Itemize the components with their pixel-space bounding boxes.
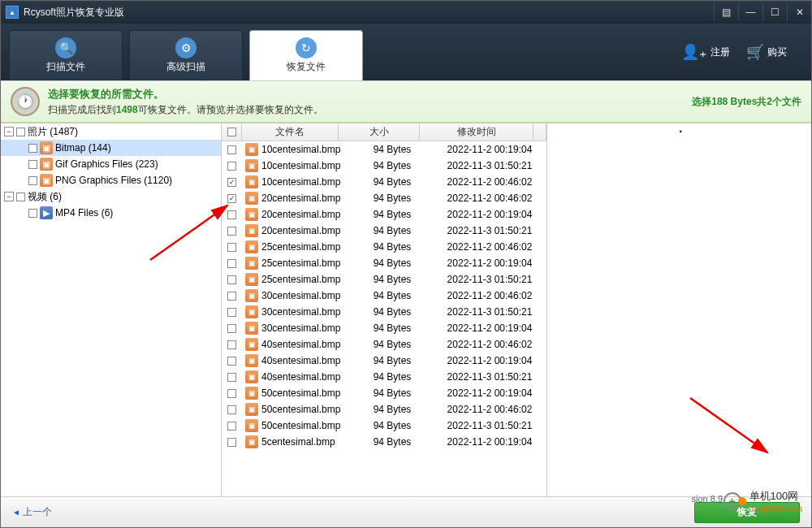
tree-item-photos[interactable]: − 照片 (1487) <box>1 123 221 140</box>
grid-header: 文件名 大小 修改时间 <box>222 123 546 141</box>
buy-link[interactable]: 🛒 购买 <box>746 43 787 61</box>
table-row[interactable]: ▣30centesimal.bmp94 Bytes2022-11-3 01:50… <box>222 304 546 320</box>
file-name: 20centesimal.bmp <box>261 209 340 220</box>
clock-icon: 🕐 <box>11 87 40 116</box>
file-name: 30centesimal.bmp <box>261 306 340 318</box>
file-size: 94 Bytes <box>352 387 433 399</box>
row-checkbox[interactable] <box>227 194 236 203</box>
table-row[interactable]: ▣50centesimal.bmp94 Bytes2022-11-2 00:19… <box>222 385 546 401</box>
tab-recover-files[interactable]: ↻ 恢复文件 <box>249 30 363 80</box>
row-checkbox[interactable] <box>227 275 236 284</box>
table-row[interactable]: ▣20centesimal.bmp94 Bytes2022-11-2 00:19… <box>222 206 546 223</box>
row-checkbox[interactable] <box>227 373 236 382</box>
table-row[interactable]: ▣30centesimal.bmp94 Bytes2022-11-2 00:19… <box>222 320 546 336</box>
column-header-size[interactable]: 大小 <box>339 123 420 141</box>
back-button[interactable]: 上一个 <box>12 505 52 519</box>
window-title: Rcysoft照片恢复专业版 <box>24 6 714 19</box>
table-row[interactable]: ▣10centesimal.bmp94 Bytes2022-11-2 00:46… <box>222 174 546 190</box>
row-checkbox[interactable] <box>227 162 236 171</box>
file-size: 94 Bytes <box>352 306 433 318</box>
close-button[interactable]: ✕ <box>787 3 811 21</box>
row-checkbox[interactable] <box>227 438 236 447</box>
tree-item-png[interactable]: ▣ PNG Graphics Files (1120) <box>1 172 221 188</box>
tree-checkbox[interactable] <box>28 209 37 218</box>
table-row[interactable]: ▣25centesimal.bmp94 Bytes2022-11-2 00:19… <box>222 255 546 271</box>
row-checkbox[interactable] <box>227 243 236 252</box>
table-row[interactable]: ▣25centesimal.bmp94 Bytes2022-11-3 01:50… <box>222 271 546 288</box>
table-row[interactable]: ▣25centesimal.bmp94 Bytes2022-11-2 00:46… <box>222 239 546 255</box>
table-row[interactable]: ▣10centesimal.bmp94 Bytes2022-11-3 01:50… <box>222 158 546 174</box>
table-row[interactable]: ▣10centesimal.bmp94 Bytes2022-11-2 00:19… <box>222 141 546 158</box>
row-checkbox[interactable] <box>227 259 236 268</box>
table-row[interactable]: ▣50centesimal.bmp94 Bytes2022-11-2 00:46… <box>222 401 546 418</box>
file-name: 10centesimal.bmp <box>261 160 340 171</box>
tree-label: MP4 Files (6) <box>55 207 113 219</box>
image-file-icon: ▣ <box>245 175 258 188</box>
tab-label: 扫描文件 <box>46 60 85 74</box>
file-size: 94 Bytes <box>352 241 433 253</box>
row-checkbox[interactable] <box>227 308 236 317</box>
file-name: 40sentesimal.bmp <box>261 371 340 383</box>
row-checkbox[interactable] <box>227 357 236 366</box>
info-bar: 🕐 选择要恢复的所需文件。 扫描完成后找到1498可恢复文件。请预览并选择要恢复… <box>1 80 811 123</box>
file-date: 2022-11-2 00:46:02 <box>433 290 546 301</box>
tree-label: 视频 (6) <box>28 190 62 204</box>
file-date: 2022-11-2 00:19:04 <box>433 355 546 366</box>
register-link[interactable]: 👤₊ 注册 <box>681 43 730 61</box>
select-all-checkbox[interactable] <box>227 128 236 136</box>
column-header-name[interactable]: 文件名 <box>242 123 339 141</box>
image-file-icon: ▣ <box>245 143 258 156</box>
row-checkbox[interactable] <box>227 340 236 349</box>
collapse-icon[interactable]: − <box>4 127 14 136</box>
file-date: 2022-11-2 00:19:04 <box>433 436 546 448</box>
row-checkbox[interactable] <box>227 178 236 187</box>
file-name: 20centesimal.bmp <box>261 225 340 236</box>
table-row[interactable]: ▣20centesimal.bmp94 Bytes2022-11-3 01:50… <box>222 223 546 239</box>
table-row[interactable]: ▣50centesimal.bmp94 Bytes2022-11-3 01:50… <box>222 418 546 434</box>
tree-item-gif[interactable]: ▣ Gif Graphics Files (223) <box>1 156 221 172</box>
header-scrollbar-spacer <box>533 123 546 141</box>
tree-checkbox[interactable] <box>16 128 25 136</box>
file-size: 94 Bytes <box>352 339 433 350</box>
menu-icon[interactable]: ▤ <box>714 3 738 21</box>
tree-checkbox[interactable] <box>28 176 37 185</box>
table-row[interactable]: ▣20centesimal.bmp94 Bytes2022-11-2 00:46… <box>222 190 546 206</box>
table-row[interactable]: ▣40sentesimal.bmp94 Bytes2022-11-2 00:46… <box>222 336 546 353</box>
app-icon <box>6 6 19 19</box>
image-file-icon: ▣ <box>245 387 258 400</box>
table-row[interactable]: ▣40sentesimal.bmp94 Bytes2022-11-2 00:19… <box>222 353 546 369</box>
row-checkbox[interactable] <box>227 389 236 398</box>
maximize-button[interactable]: ☐ <box>762 3 787 21</box>
tree-item-bitmap[interactable]: ▣ Bitmap (144) <box>1 140 221 156</box>
row-checkbox[interactable] <box>227 145 236 154</box>
row-checkbox[interactable] <box>227 324 236 333</box>
watermark-url: danji100.com <box>749 504 802 513</box>
tree-item-mp4[interactable]: ▶ MP4 Files (6) <box>1 205 221 221</box>
table-row[interactable]: ▣5centesimal.bmp94 Bytes2022-11-2 00:19:… <box>222 434 546 450</box>
image-file-icon: ▣ <box>245 289 258 302</box>
info-text: 选择要恢复的所需文件。 扫描完成后找到1498可恢复文件。请预览并选择要恢复的文… <box>48 87 692 117</box>
row-checkbox[interactable] <box>227 292 236 301</box>
window-controls: ▤ — ☐ ✕ <box>714 3 811 21</box>
info-subtitle: 扫描完成后找到1498可恢复文件。请预览并选择要恢复的文件。 <box>48 103 692 117</box>
table-row[interactable]: ▣40sentesimal.bmp94 Bytes2022-11-3 01:50… <box>222 369 546 385</box>
header-checkbox-cell <box>222 123 242 141</box>
row-checkbox[interactable] <box>227 422 236 431</box>
row-checkbox[interactable] <box>227 210 236 219</box>
tree-item-videos[interactable]: − 视频 (6) <box>1 188 221 205</box>
column-header-date[interactable]: 修改时间 <box>420 123 533 141</box>
row-checkbox[interactable] <box>227 405 236 414</box>
minimize-button[interactable]: — <box>738 3 762 21</box>
file-date: 2022-11-3 01:50:21 <box>433 225 546 236</box>
file-list[interactable]: ▣10centesimal.bmp94 Bytes2022-11-2 00:19… <box>222 141 546 496</box>
tab-scan-files[interactable]: 🔍 扫描文件 <box>9 30 123 80</box>
magnifier-icon: 🔍 <box>55 37 76 58</box>
tree-checkbox[interactable] <box>16 193 25 201</box>
collapse-icon[interactable]: − <box>4 192 14 201</box>
table-row[interactable]: ▣30centesimal.bmp94 Bytes2022-11-2 00:46… <box>222 288 546 304</box>
tree-checkbox[interactable] <box>28 144 37 153</box>
file-date: 2022-11-3 01:50:21 <box>433 420 546 431</box>
tree-checkbox[interactable] <box>28 160 37 169</box>
tab-advanced-scan[interactable]: ⚙ 高级扫描 <box>129 30 243 80</box>
row-checkbox[interactable] <box>227 227 236 236</box>
